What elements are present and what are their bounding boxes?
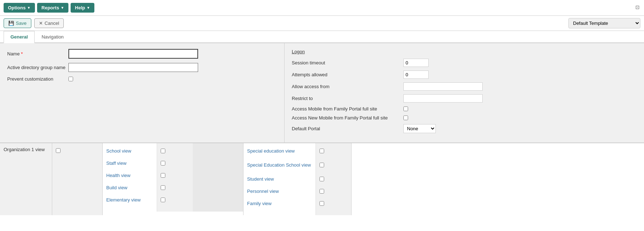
special-ed-view-row: Special education view bbox=[247, 147, 312, 155]
special-ed-checkbox[interactable] bbox=[319, 149, 324, 153]
session-timeout-input[interactable] bbox=[403, 59, 429, 67]
health-view-row: Health view bbox=[106, 171, 153, 179]
ad-group-row: Active directory group name bbox=[7, 63, 277, 72]
build-view-label[interactable]: Build view bbox=[106, 185, 128, 190]
cancel-button[interactable]: ✕ Cancel bbox=[34, 18, 64, 28]
ad-group-label: Active directory group name bbox=[7, 65, 68, 70]
prevent-row: Prevent customization bbox=[7, 76, 277, 82]
attempts-label: Attempts allowed bbox=[292, 72, 403, 77]
tab-general[interactable]: General bbox=[4, 31, 35, 43]
tabs-bar: General Navigation bbox=[0, 31, 644, 43]
special-ed-school-checkbox[interactable] bbox=[319, 163, 324, 167]
prevent-checkbox[interactable] bbox=[68, 77, 73, 81]
help-button[interactable]: Help ▼ bbox=[71, 3, 94, 13]
template-selector-wrapper: Default Template bbox=[568, 18, 640, 28]
build-view-checkbox[interactable] bbox=[161, 185, 165, 190]
view-checks-col-1 bbox=[157, 143, 193, 212]
elementary-view-label[interactable]: Elementary view bbox=[106, 197, 140, 203]
personnel-check-row bbox=[319, 187, 348, 195]
template-select[interactable]: Default Template bbox=[568, 18, 640, 28]
name-label: Name * bbox=[7, 51, 68, 56]
default-portal-row: Default Portal None Family Portal Studen… bbox=[292, 124, 637, 133]
family-check-row bbox=[319, 199, 348, 207]
special-labels-col: Special education view Special Education… bbox=[243, 143, 316, 215]
org1-checkbox[interactable] bbox=[56, 148, 61, 153]
main-content: Name * Active directory group name Preve… bbox=[0, 43, 644, 215]
student-view-label[interactable]: Student view bbox=[247, 176, 274, 182]
new-mobile-row: Access New Mobile from Family Portal ful… bbox=[292, 115, 637, 121]
action-bar-left: 💾 Save ✕ Cancel bbox=[4, 18, 64, 28]
name-input[interactable] bbox=[68, 49, 198, 59]
view-spacer-1 bbox=[193, 143, 243, 212]
health-view-check-row bbox=[161, 171, 189, 179]
options-button[interactable]: Options ▼ bbox=[4, 3, 35, 13]
allow-access-row: Allow access from bbox=[292, 82, 637, 91]
school-view-checkbox[interactable] bbox=[161, 149, 165, 153]
special-checks-col bbox=[316, 143, 352, 215]
personnel-view-row: Personnel view bbox=[247, 187, 312, 195]
special-ed-check-row bbox=[319, 147, 348, 155]
personnel-view-checkbox[interactable] bbox=[319, 189, 324, 194]
health-view-checkbox[interactable] bbox=[161, 173, 165, 178]
left-form-panel: Name * Active directory group name Preve… bbox=[0, 43, 285, 142]
family-view-checkbox[interactable] bbox=[319, 201, 324, 206]
tab-general-label: General bbox=[10, 34, 28, 40]
special-ed-view-label[interactable]: Special education view bbox=[247, 148, 295, 154]
reports-button[interactable]: Reports ▼ bbox=[37, 3, 68, 13]
health-view-label[interactable]: Health view bbox=[106, 173, 130, 178]
save-label: Save bbox=[16, 21, 27, 26]
ad-group-input[interactable] bbox=[68, 63, 198, 72]
build-view-row: Build view bbox=[106, 184, 153, 191]
views-group-2: Special education view Special Education… bbox=[243, 143, 352, 215]
new-mobile-checkbox[interactable] bbox=[403, 116, 408, 120]
staff-view-checkbox[interactable] bbox=[161, 161, 165, 166]
views-group-1-inner: School view Staff view Health view Build… bbox=[103, 143, 243, 212]
org-check-col bbox=[52, 143, 103, 215]
default-portal-label: Default Portal bbox=[292, 126, 403, 131]
restrict-input[interactable] bbox=[403, 94, 483, 103]
org-label-col: Organization 1 view bbox=[0, 143, 52, 215]
allow-access-input[interactable] bbox=[403, 82, 483, 91]
attempts-row: Attempts allowed bbox=[292, 71, 637, 79]
restrict-label: Restrict to bbox=[292, 96, 403, 101]
default-portal-select[interactable]: None Family Portal Student Portal bbox=[403, 124, 436, 133]
school-view-check-row bbox=[161, 147, 189, 155]
restrict-row: Restrict to bbox=[292, 94, 637, 103]
cancel-x-icon: ✕ bbox=[39, 21, 43, 26]
student-view-checkbox[interactable] bbox=[319, 177, 324, 181]
action-bar: 💾 Save ✕ Cancel Default Template bbox=[0, 16, 644, 31]
org-section: Organization 1 view School view Staff vi… bbox=[0, 143, 644, 215]
help-arrow-icon: ▼ bbox=[86, 6, 90, 10]
view-labels-col-1: School view Staff view Health view Build… bbox=[103, 143, 157, 212]
special-ed-school-label[interactable]: Special Education School view bbox=[247, 162, 311, 168]
general-top-section: Name * Active directory group name Preve… bbox=[0, 43, 644, 143]
top-toolbar: Options ▼ Reports ▼ Help ▼ ⊡ bbox=[0, 0, 644, 16]
allow-access-label: Allow access from bbox=[292, 84, 403, 89]
views-group-1: School view Staff view Health view Build… bbox=[103, 143, 243, 215]
help-label: Help bbox=[75, 5, 85, 10]
school-view-label[interactable]: School view bbox=[106, 148, 131, 154]
new-mobile-label: Access New Mobile from Family Portal ful… bbox=[292, 115, 403, 121]
reports-arrow-icon: ▼ bbox=[61, 6, 64, 10]
logon-title[interactable]: Logon bbox=[292, 49, 637, 54]
mobile-family-checkbox[interactable] bbox=[403, 107, 408, 111]
options-label: Options bbox=[8, 5, 26, 10]
save-button[interactable]: 💾 Save bbox=[4, 18, 31, 28]
prevent-label: Prevent customization bbox=[7, 76, 68, 82]
page-icon: ⊡ bbox=[635, 4, 640, 10]
family-view-row: Family view bbox=[247, 199, 312, 207]
staff-view-label[interactable]: Staff view bbox=[106, 160, 126, 166]
tab-navigation[interactable]: Navigation bbox=[35, 31, 70, 43]
session-timeout-row: Session timeout bbox=[292, 59, 637, 67]
family-view-label[interactable]: Family view bbox=[247, 201, 272, 206]
reports-label: Reports bbox=[41, 5, 59, 10]
mobile-family-row: Access Mobile from Family Portal full si… bbox=[292, 106, 637, 112]
cancel-label: Cancel bbox=[45, 21, 59, 26]
staff-view-row: Staff view bbox=[106, 159, 153, 167]
personnel-view-label[interactable]: Personnel view bbox=[247, 189, 279, 194]
special-ed-school-row: Special Education School view bbox=[247, 159, 312, 171]
school-view-row: School view bbox=[106, 147, 153, 155]
elementary-view-checkbox[interactable] bbox=[161, 198, 165, 202]
staff-view-check-row bbox=[161, 159, 189, 167]
attempts-input[interactable] bbox=[403, 71, 429, 79]
